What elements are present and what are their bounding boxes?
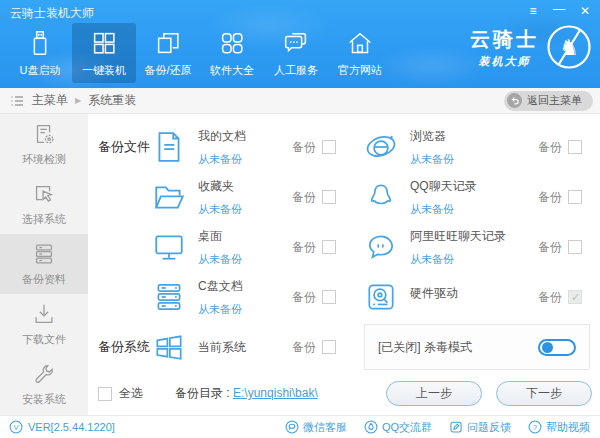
status-bar: V VER[2.5.44.1220] 微信客服 QQ交流群 [0,415,600,438]
ie-browser-icon [364,130,398,164]
next-step-button[interactable]: 下一步 [496,381,592,406]
backup-item-title: 桌面 [198,228,292,245]
backup-item-title: 硬件驱动 [410,285,516,302]
backup-label: 备份 [538,189,562,206]
antivirus-mode-panel: [已关闭] 杀毒模式 [364,324,590,370]
download-icon [31,301,57,327]
close-icon[interactable]: ✕ [578,5,592,17]
backup-status: 从未备份 [410,202,516,217]
backup-item-title: 当前系统 [198,339,292,356]
server-stack-icon [31,241,57,267]
backup-label: 备份 [292,139,316,156]
qq-group-link[interactable]: QQ交流群 [364,420,432,435]
feedback-link[interactable]: 问题反馈 [449,420,511,435]
backup-item-title: 浏览器 [410,128,516,145]
hardware-drive-icon [364,280,398,314]
wechat-support-link[interactable]: 微信客服 [285,420,347,435]
backup-item-title: C盘文档 [198,278,292,295]
antivirus-cell: [已关闭] 杀毒模式 [330,324,592,370]
sidebar-item-label: 安装系统 [22,392,66,407]
backup-checkbox[interactable] [568,190,582,204]
sidebar-item-install-system[interactable]: 安装系统 [0,354,88,414]
backup-item-qq-chat: QQ聊天记录 从未备份 备份 [330,178,592,217]
select-all: 全选 [98,385,143,402]
menu-icon[interactable]: ≡ [526,5,540,17]
backup-checkbox[interactable] [568,240,582,254]
footer-controls: 全选 备份目录 : E:\yunqishi\bak\ 上一步 下一步 [98,372,592,415]
app-window: 云骑士装机大师 ≡ — ✕ U盘启动 [0,0,600,438]
document-icon [152,130,186,164]
backup-checkbox[interactable] [568,140,582,154]
sidebar-item-label: 选择系统 [22,212,66,227]
breadcrumb-bar: 主菜单 ▶ 系统重装 返回主菜单 [0,88,600,114]
home-icon [345,28,375,58]
wechat-icon [285,420,299,434]
nav-backup-restore[interactable]: 备份/还原 [136,23,200,83]
previous-step-button[interactable]: 上一步 [386,381,482,406]
backup-checkbox[interactable] [322,340,336,354]
nav-official-website[interactable]: 官方网站 [328,23,392,83]
sidebar-item-select-system[interactable]: 选择系统 [0,174,88,234]
sidebar-item-label: 下载文件 [22,332,66,347]
c-drive-icon [152,280,186,314]
backup-system-row: 备份系统 当前系统 备份 [已关闭] 杀毒模式 [98,322,592,372]
select-all-checkbox[interactable] [98,387,112,401]
apps-grid-icon [217,28,247,58]
breadcrumb-current: 系统重装 [88,92,136,109]
minimize-icon[interactable]: — [552,3,566,15]
windows-icon [152,330,186,364]
chat-bubbles-icon [281,28,311,58]
windows-grid-icon [89,28,119,58]
backup-item-desktop: 桌面 从未备份 备份 [98,228,330,267]
backup-item-favorites: 收藏夹 从未备份 备份 [98,178,330,217]
backup-item-browser: 浏览器 从未备份 备份 [330,128,592,167]
backup-status: 从未备份 [198,202,292,217]
backup-status: 从未备份 [410,152,516,167]
backup-item-my-documents: 备份文件 我的文档 从未备份 备份 [98,128,330,167]
backup-directory-link[interactable]: E:\yunqishi\bak\ [233,386,318,400]
wizard-buttons: 上一步 下一步 [386,381,592,406]
backup-directory-label: 备份目录 : [175,386,230,400]
env-check-icon [31,121,57,147]
backup-checkbox[interactable] [322,140,336,154]
version-info: V VER[2.5.44.1220] [9,420,115,434]
brand-subtitle: 装机大师 [470,54,539,69]
antivirus-mode-label: [已关闭] 杀毒模式 [378,339,472,356]
status-link-label: QQ交流群 [382,420,432,435]
titlebar: 云骑士装机大师 ≡ — ✕ [0,0,600,22]
nav-one-click-install[interactable]: 一键装机 [72,23,136,83]
back-to-main-menu-button[interactable]: 返回主菜单 [504,91,593,111]
sidebar-item-env-check[interactable]: 环境检测 [0,114,88,174]
backup-checkbox[interactable] [322,190,336,204]
qq-group-icon [364,420,378,434]
backup-checkbox[interactable] [568,290,582,304]
breadcrumb-root[interactable]: 主菜单 [32,92,68,109]
sidebar-item-backup-data[interactable]: 备份资料 [0,234,88,294]
antivirus-mode-toggle[interactable] [538,339,576,356]
svg-text:♞: ♞ [559,35,579,60]
feedback-icon [449,420,463,434]
backup-checkbox[interactable] [322,240,336,254]
window-title: 云骑士装机大师 [10,5,94,22]
status-link-label: 帮助视频 [546,420,590,435]
version-icon: V [9,420,23,434]
nav-software-collection[interactable]: 软件大全 [200,23,264,83]
brand-logo: 云骑士 装机大师 ♞ [470,24,592,70]
backup-checkbox[interactable] [322,290,336,304]
backup-status: 从未备份 [410,252,516,267]
help-videos-link[interactable]: ? 帮助视频 [528,420,590,435]
nav-human-service[interactable]: 人工服务 [264,23,328,83]
knight-emblem-icon: ♞ [546,24,592,70]
body: 环境检测 选择系统 备份资料 [0,114,600,415]
backup-row: 备份文件 我的文档 从未备份 备份 [98,122,592,172]
folder-icon [152,180,186,214]
backup-panel: 备份文件 我的文档 从未备份 备份 [88,114,600,415]
nav-label: U盘启动 [20,63,61,78]
status-link-label: 问题反馈 [467,420,511,435]
nav-usb-boot[interactable]: U盘启动 [8,23,72,83]
backup-label: 备份 [538,139,562,156]
version-label: VER[2.5.44.1220] [28,421,115,433]
breadcrumb-separator-icon: ▶ [75,96,81,105]
sidebar-item-label: 环境检测 [22,152,66,167]
sidebar-item-download-files[interactable]: 下载文件 [0,294,88,354]
